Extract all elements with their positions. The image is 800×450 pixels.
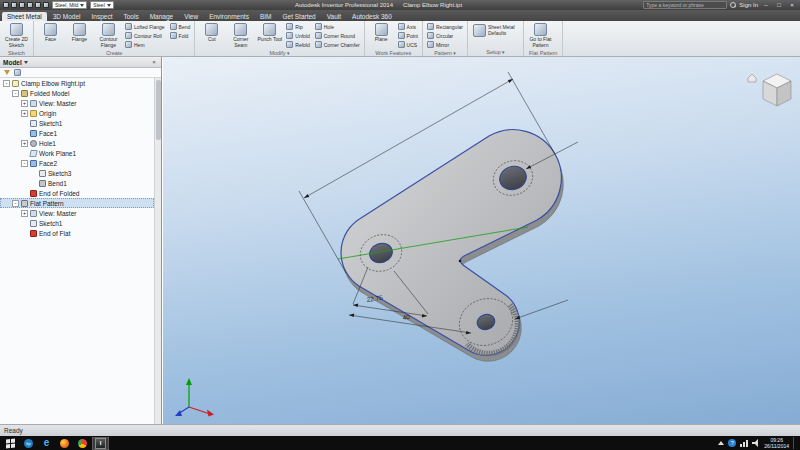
- tree-item[interactable]: Clamp Elbow Right.ipt: [0, 78, 154, 88]
- ribbon-group-label[interactable]: Pattern: [426, 49, 464, 57]
- expander-icon[interactable]: [3, 80, 10, 87]
- firefox-icon[interactable]: [56, 437, 73, 450]
- inventor-app-icon[interactable]: [3, 2, 9, 8]
- ribbon-button[interactable]: Go to Flat Pattern: [527, 22, 554, 49]
- ribbon-button[interactable]: Contour Flange: [95, 22, 122, 49]
- viewport-3d[interactable]: 22.75 40: [163, 57, 800, 424]
- tree-item[interactable]: Sketch1: [0, 118, 154, 128]
- show-desktop-button[interactable]: [793, 437, 796, 449]
- material-select[interactable]: Steel, Mild: [52, 1, 87, 9]
- help-icon[interactable]: [728, 439, 736, 447]
- part-top-face[interactable]: [341, 130, 561, 356]
- ribbon-button[interactable]: Rectangular: [426, 22, 464, 31]
- taskbar-clock[interactable]: 09:26 26/11/2014: [764, 437, 789, 449]
- appearance-select[interactable]: Steel: [90, 1, 113, 9]
- ribbon-button[interactable]: Hem: [124, 40, 166, 49]
- sign-in-button[interactable]: Sign In: [739, 2, 758, 8]
- ribbon-button[interactable]: Unfold: [285, 31, 310, 40]
- ribbon-button[interactable]: Punch Tool: [256, 22, 283, 49]
- ribbon-group-label[interactable]: Setup: [471, 48, 520, 56]
- ribbon-tab[interactable]: Tools: [118, 12, 143, 21]
- redo-icon[interactable]: [43, 2, 49, 8]
- scrollbar-thumb[interactable]: [156, 80, 161, 140]
- ribbon-tab[interactable]: 3D Model: [48, 12, 86, 21]
- ribbon-button[interactable]: Flange: [66, 22, 93, 49]
- search-icon[interactable]: [730, 2, 736, 8]
- browser-title[interactable]: Model: [3, 59, 22, 66]
- undo-icon[interactable]: [35, 2, 41, 8]
- tree-item[interactable]: Face2: [0, 158, 154, 168]
- tree-item[interactable]: Sketch3: [0, 168, 154, 178]
- leader-bottom-hole[interactable]: [515, 300, 568, 319]
- ribbon-group-label[interactable]: Work Features: [368, 49, 419, 57]
- ribbon-button[interactable]: Corner Seam: [227, 22, 254, 49]
- tree-item[interactable]: Flat Pattern: [0, 198, 154, 208]
- minimize-button[interactable]: [761, 1, 771, 9]
- expander-icon[interactable]: [21, 160, 28, 167]
- new-file-icon[interactable]: [11, 2, 17, 8]
- expander-icon[interactable]: [12, 200, 19, 207]
- ribbon-button[interactable]: Plane: [368, 22, 395, 44]
- search-input[interactable]: [643, 1, 727, 9]
- ribbon-tab[interactable]: Get Started: [277, 12, 320, 21]
- ribbon-button[interactable]: Create 2D Sketch: [3, 22, 30, 49]
- open-icon[interactable]: [19, 2, 25, 8]
- ribbon-button[interactable]: Rip: [285, 22, 310, 31]
- ribbon-tab[interactable]: Autodesk 360: [347, 12, 397, 21]
- ribbon-button[interactable]: Circular: [426, 31, 464, 40]
- tree-item[interactable]: End of Folded: [0, 188, 154, 198]
- tree-item[interactable]: Bend1: [0, 178, 154, 188]
- inventor-icon[interactable]: [92, 437, 109, 450]
- ribbon-group-label[interactable]: Flat Pattern: [527, 49, 559, 57]
- tray-expand-icon[interactable]: [718, 441, 724, 445]
- close-icon[interactable]: [150, 59, 158, 65]
- tree-item[interactable]: Origin: [0, 108, 154, 118]
- sketch-point[interactable]: [459, 260, 462, 263]
- ribbon-button[interactable]: Hole: [314, 22, 361, 31]
- tree-item[interactable]: View: Master: [0, 208, 154, 218]
- tree-item[interactable]: Folded Model: [0, 88, 154, 98]
- dimension-text-40[interactable]: 40: [402, 313, 411, 321]
- ribbon-button[interactable]: Sheet Metal Defaults: [471, 22, 520, 39]
- tree-item[interactable]: Hole1: [0, 138, 154, 148]
- maximize-button[interactable]: [774, 1, 784, 9]
- expander-icon[interactable]: [21, 210, 28, 217]
- browser-scrollbar[interactable]: [154, 78, 161, 424]
- ribbon-tab[interactable]: Environments: [204, 12, 254, 21]
- ribbon-button[interactable]: Mirror: [426, 40, 464, 49]
- ribbon-button[interactable]: Lofted Flange: [124, 22, 166, 31]
- home-icon[interactable]: [748, 74, 756, 82]
- ribbon-button[interactable]: Axis: [397, 22, 419, 31]
- tree-item[interactable]: Face1: [0, 128, 154, 138]
- chevron-down-icon[interactable]: [24, 61, 28, 64]
- ribbon-tab[interactable]: Vault: [322, 12, 346, 21]
- clamp-elbow-part[interactable]: [341, 130, 563, 362]
- tree-item[interactable]: End of Flat: [0, 228, 154, 238]
- ribbon-tab[interactable]: Manage: [145, 12, 179, 21]
- ribbon-tab[interactable]: Inspect: [87, 12, 118, 21]
- ribbon-group-label[interactable]: Sketch: [3, 49, 30, 57]
- ribbon-button[interactable]: Fold: [169, 31, 192, 40]
- filter-icon[interactable]: [4, 70, 10, 75]
- expander-icon[interactable]: [21, 110, 28, 117]
- ribbon-button[interactable]: Corner Round: [314, 31, 361, 40]
- save-icon[interactable]: [27, 2, 33, 8]
- ribbon-button[interactable]: UCS: [397, 40, 419, 49]
- internet-explorer-icon[interactable]: [38, 437, 55, 450]
- close-button[interactable]: [787, 1, 797, 9]
- ribbon-button[interactable]: Point: [397, 31, 419, 40]
- expander-icon[interactable]: [21, 100, 28, 107]
- start-button[interactable]: [2, 437, 18, 450]
- hp-icon[interactable]: [20, 437, 37, 450]
- ribbon-group-label[interactable]: Modify: [198, 49, 360, 57]
- ribbon-tab[interactable]: Sheet Metal: [2, 12, 47, 21]
- expander-icon[interactable]: [12, 90, 19, 97]
- network-icon[interactable]: [740, 439, 748, 447]
- view-cube[interactable]: [748, 74, 791, 106]
- ribbon-button[interactable]: Refold: [285, 40, 310, 49]
- ribbon-button[interactable]: Contour Roll: [124, 31, 166, 40]
- volume-icon[interactable]: [752, 439, 760, 447]
- chrome-icon[interactable]: [74, 437, 91, 450]
- ribbon-button[interactable]: Face: [37, 22, 64, 49]
- expander-icon[interactable]: [21, 140, 28, 147]
